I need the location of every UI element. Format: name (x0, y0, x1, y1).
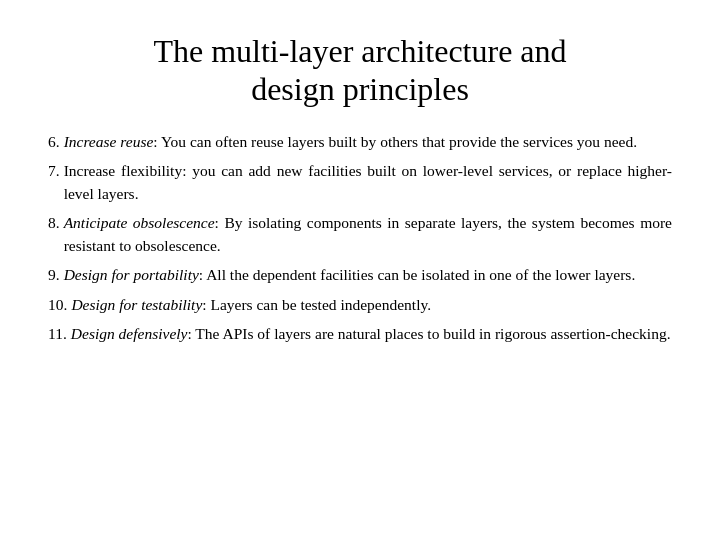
list-item: 8. Anticipate obsolescence: By isolating… (48, 212, 672, 257)
list-content: Anticipate obsolescence: By isolating co… (64, 212, 672, 257)
list-content: Design defensively: The APIs of layers a… (71, 323, 672, 345)
list-number: 6. (48, 131, 60, 153)
list-content: Increase reuse: You can often reuse laye… (64, 131, 672, 153)
list-content: Design for portability: All the dependen… (64, 264, 672, 286)
list-item: 11. Design defensively: The APIs of laye… (48, 323, 672, 345)
page-title: The multi-layer architecture and design … (48, 32, 672, 109)
list-item: 7. Increase flexibility: you can add new… (48, 160, 672, 205)
list-number: 11. (48, 323, 67, 345)
page-container: The multi-layer architecture and design … (0, 0, 720, 540)
content-list: 6. Increase reuse: You can often reuse l… (48, 131, 672, 353)
list-content: Design for testability: Layers can be te… (71, 294, 672, 316)
title-block: The multi-layer architecture and design … (48, 32, 672, 109)
list-content: Increase flexibility: you can add new fa… (64, 160, 672, 205)
list-number: 7. (48, 160, 60, 205)
list-number: 10. (48, 294, 67, 316)
list-number: 9. (48, 264, 60, 286)
list-item: 9. Design for portability: All the depen… (48, 264, 672, 286)
list-item: 10. Design for testability: Layers can b… (48, 294, 672, 316)
list-item: 6. Increase reuse: You can often reuse l… (48, 131, 672, 153)
list-number: 8. (48, 212, 60, 257)
